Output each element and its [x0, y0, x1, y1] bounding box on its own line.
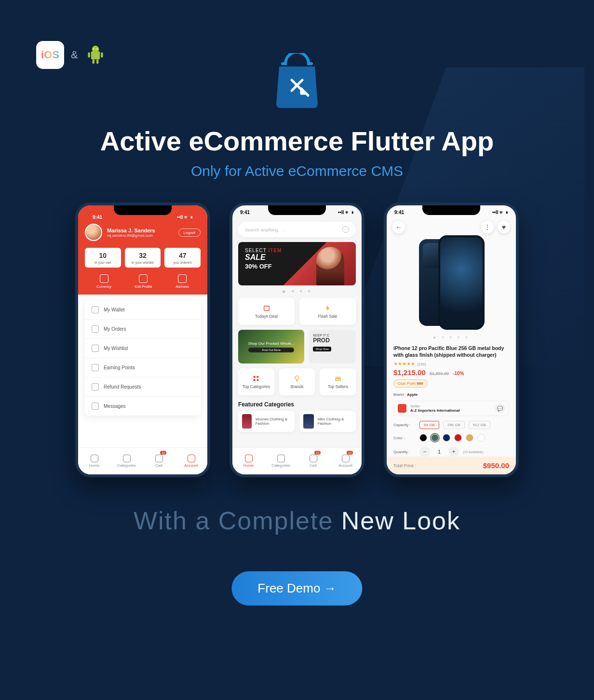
logout-button[interactable]: Logout	[178, 229, 201, 237]
tile-top-sellers[interactable]: Top Sellers	[320, 368, 356, 395]
share-button[interactable]: ⋮	[481, 221, 494, 233]
svg-point-13	[295, 376, 299, 380]
deal-icon	[263, 304, 270, 312]
qty-value: 1	[434, 449, 445, 455]
cat-women[interactable]: Women Clothing & Fashion	[238, 411, 295, 432]
pin-icon	[178, 274, 187, 283]
action-edit-profile[interactable]: Edit Profile	[135, 274, 152, 289]
cat-men[interactable]: Men Clothing & Fashion	[299, 411, 356, 432]
tab-categories[interactable]: Categories	[265, 448, 297, 474]
brand-row: Brand : Apple	[393, 392, 509, 397]
image-dots: ● • • • •	[387, 335, 516, 340]
stat-cart[interactable]: 10in your cart	[85, 248, 121, 268]
action-address[interactable]: Address	[176, 274, 189, 289]
svg-rect-3	[101, 53, 103, 58]
grid-icon	[277, 455, 285, 462]
phone-product: 9:41 ••ll ᯤ ▮ ← ⋮ ♥ ● • • • • iPhone 12 …	[384, 202, 519, 477]
discount: -10%	[453, 371, 464, 376]
banner-dots: ● • • •	[232, 287, 362, 295]
status-icons: ••ll ᯤ ▮	[177, 215, 193, 220]
color-gold[interactable]	[466, 434, 473, 442]
color-row: Color :	[393, 434, 509, 442]
menu-orders[interactable]: My Orders	[85, 320, 201, 339]
back-button[interactable]: ←	[392, 221, 405, 233]
wallet-icon	[92, 306, 99, 313]
qty-plus[interactable]: +	[448, 446, 459, 457]
svg-rect-2	[88, 53, 90, 58]
price: $1,215.00	[393, 368, 426, 377]
orders-icon	[92, 325, 99, 333]
cap-512[interactable]: 512 GB	[469, 421, 490, 429]
stat-ordered[interactable]: 47you ordered	[164, 248, 201, 268]
chat-button[interactable]: 💬	[495, 404, 505, 413]
account-badge: 12	[347, 451, 353, 455]
search-input[interactable]: Search anything . . .	[238, 222, 356, 237]
status-time: 9:41	[240, 210, 250, 215]
ampersand: &	[71, 49, 78, 61]
rating: ★★★★★(132)	[393, 361, 509, 366]
stat-wishlist[interactable]: 32in your wishlist	[125, 248, 161, 268]
notch	[268, 205, 326, 215]
tile-brands[interactable]: Brands	[279, 368, 315, 395]
product-image	[410, 235, 492, 332]
page-subtitle: Only for Active eCommerce CMS	[10, 163, 584, 179]
tile-todays-deal[interactable]: Todays Deal	[238, 298, 295, 325]
tile-top-categories[interactable]: Top Categories	[238, 368, 274, 395]
action-currency[interactable]: Currency	[96, 274, 111, 289]
user-name: Marissa J. Sanders	[107, 228, 155, 233]
svg-rect-11	[254, 379, 256, 381]
free-demo-button[interactable]: Free Demo →	[231, 571, 362, 606]
home-icon	[245, 455, 253, 462]
avatar	[85, 224, 102, 241]
tagline: With a Complete New Look	[10, 506, 584, 535]
menu-messages[interactable]: Messages	[85, 397, 201, 416]
promo-a[interactable]: Shop Our Product Whole...Find Out More	[238, 330, 304, 363]
cap-64[interactable]: 64 GB	[419, 421, 439, 429]
color-black[interactable]	[419, 434, 427, 442]
menu-points[interactable]: Earning Points	[85, 358, 201, 377]
crown-icon	[334, 375, 342, 382]
color-white[interactable]	[477, 434, 485, 442]
total-bar: Total Price : $950.00	[387, 457, 516, 474]
tile-flash-sale[interactable]: Flash Sale	[299, 298, 356, 325]
favorite-button[interactable]: ♥	[498, 221, 510, 233]
capacity-row: Capacity : 64 GB 256 GB 512 GB	[393, 421, 509, 429]
tab-home[interactable]: Home	[232, 448, 265, 474]
tab-cart[interactable]: 12Cart	[297, 448, 329, 474]
price-row: $1,215.00 $1,350.00 -10%	[393, 368, 509, 377]
tab-home[interactable]: Home	[78, 448, 110, 474]
tab-categories[interactable]: Categories	[110, 448, 143, 474]
svg-rect-9	[254, 376, 256, 378]
menu-wallet[interactable]: My Wallet	[85, 300, 201, 320]
tab-account[interactable]: Account	[175, 448, 207, 474]
seller-row[interactable]: SellerA-Z Importers International 💬	[393, 401, 509, 416]
color-red[interactable]	[454, 434, 462, 442]
svg-rect-4	[92, 59, 94, 64]
tab-cart[interactable]: 12Cart	[143, 448, 175, 474]
product-topbar: ← ⋮ ♥	[387, 219, 516, 235]
currency-icon	[100, 274, 108, 283]
ios-badge: iOS	[36, 41, 64, 69]
status-icons: ••ll ᯤ ▮	[338, 210, 354, 215]
menu-wishlist[interactable]: My Wishlist	[85, 339, 201, 358]
svg-point-1	[92, 46, 99, 53]
color-navy[interactable]	[443, 434, 450, 442]
promo-b[interactable]: KEEP IT CPRODShop Now	[309, 330, 356, 363]
svg-rect-14	[297, 380, 298, 381]
cart-icon	[310, 455, 317, 462]
stats-row: 10in your cart 32in your wishlist 47you …	[85, 248, 201, 268]
menu-refunds[interactable]: Refund Requests	[85, 377, 201, 397]
qty-minus[interactable]: −	[419, 446, 430, 457]
cap-256[interactable]: 256 GB	[443, 421, 465, 429]
tab-bar: Home Categories 12Cart 12Account	[232, 447, 362, 474]
status-time: 9:41	[394, 210, 404, 215]
cat-thumb	[303, 414, 314, 429]
chat-icon	[92, 403, 99, 410]
svg-point-12	[257, 379, 259, 381]
cart-badge: 12	[314, 451, 321, 455]
tab-account[interactable]: 12Account	[329, 448, 362, 474]
quantity-row: Quantity : − 1 + (15 Available)	[393, 446, 509, 457]
user-icon	[342, 455, 350, 462]
color-green[interactable]	[431, 434, 439, 442]
sale-banner[interactable]: SELECT ITEM SALE 30% OFF	[238, 242, 356, 285]
